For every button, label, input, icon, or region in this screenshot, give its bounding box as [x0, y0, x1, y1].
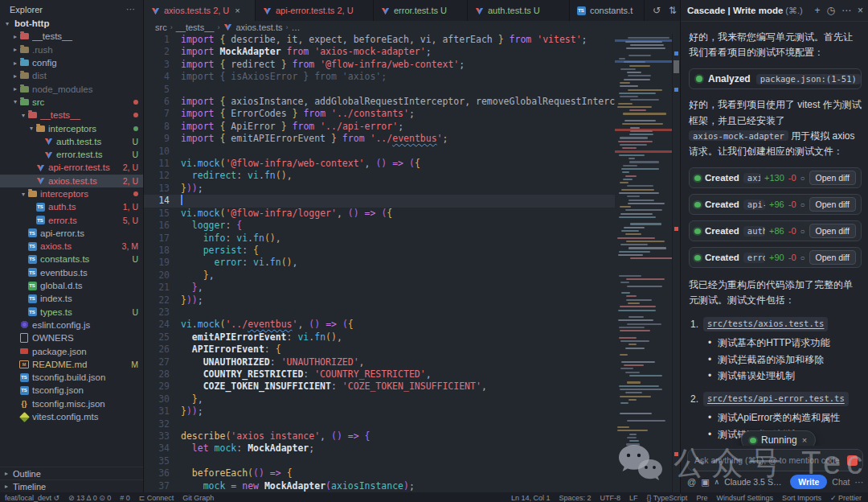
tree-item-vitest-config-mts[interactable]: vitest.config.mts [0, 410, 143, 423]
tree-item--rush[interactable]: ▸.rush [0, 43, 143, 56]
file-chip[interactable]: auth.te [743, 226, 765, 237]
code-line-35: 35 [144, 455, 615, 467]
cascade-chat[interactable]: 好的，我来帮您编写单元测试。首先让我们看看项目的测试环境配置： Analyzed… [681, 22, 868, 446]
tree-item-owners[interactable]: OWNERS [0, 331, 143, 344]
tree-item-error-ts[interactable]: TSerror.ts5, U [0, 213, 143, 226]
model-selector[interactable]: Claude 3.5 Sonnet [724, 477, 785, 487]
image-icon[interactable]: ▣ [701, 477, 709, 488]
open-diff-button[interactable]: Open diff [809, 250, 856, 265]
chat-mode-button[interactable]: Chat [832, 477, 850, 487]
tree-item-tsconfig-build-json[interactable]: TStsconfig.build.json [0, 371, 143, 384]
tree-item-bot-http[interactable]: ▾bot-http [0, 17, 143, 30]
new-chat-icon[interactable]: + [814, 5, 820, 16]
statusbar-item[interactable]: ✓ Prettier [830, 494, 862, 502]
statusbar-item[interactable]: UTF-8 [600, 494, 620, 502]
history-icon[interactable]: ↺ [653, 5, 661, 16]
analyzed-row[interactable]: Analyzed package.json:(1-51) [689, 68, 862, 89]
breadcrumb-item[interactable]: axios.test.ts [235, 23, 282, 32]
tab-axios-test-ts[interactable]: axios.test.ts 2, U× [144, 0, 256, 21]
tree-item-node-modules[interactable]: ▸node_modules [0, 82, 143, 95]
compare-icon[interactable]: ⇅ [669, 5, 677, 16]
tree-item-tsconfig-misc-json[interactable]: {}tsconfig.misc.json [0, 397, 143, 410]
test-file-link[interactable]: src/tests/api-error.test.ts [703, 392, 849, 407]
breadcrumb-item[interactable]: __tests__ [176, 23, 215, 32]
stop-button[interactable] [847, 455, 858, 466]
tree-item-readme-md[interactable]: MREADME.mdM [0, 358, 143, 371]
tab-error-test-ts[interactable]: error.test.ts U [374, 0, 468, 21]
tree-item-global-d-ts[interactable]: TSglobal.d.ts [0, 279, 143, 292]
statusbar-item[interactable]: Ln 14, Col 1 [511, 494, 551, 502]
tree-item-axios-ts[interactable]: TSaxios.ts3, M [0, 240, 143, 253]
statusbar-item[interactable]: Windsurf Settings [716, 494, 773, 502]
tree-item-tsconfig-json[interactable]: TStsconfig.json [0, 384, 143, 397]
tree-item-config[interactable]: ▸config [0, 56, 143, 69]
chevron-up-icon[interactable]: ∧ [714, 478, 720, 486]
close-panel-icon[interactable]: × [858, 5, 863, 16]
open-diff-button[interactable]: Open diff [809, 224, 856, 238]
minimap-line [620, 389, 662, 390]
statusbar-item[interactable]: Pre [696, 494, 707, 502]
statusbar-item[interactable]: Spaces: 2 [559, 494, 591, 502]
tree-item-interceptors[interactable]: ▾interceptors [0, 187, 143, 200]
tab-auth-test-ts[interactable]: auth.test.ts U [468, 0, 570, 21]
tree-item-interceptors[interactable]: ▾interceptors [0, 121, 143, 134]
tree-item-eventbus-ts[interactable]: TSeventbus.ts [0, 266, 143, 279]
tree-item-eslint-config-js[interactable]: eslint.config.js [0, 319, 143, 331]
tree-item-constants-ts[interactable]: TSconstants.tsU [0, 253, 143, 265]
more-icon[interactable]: ⋯ [841, 5, 851, 16]
close-tab-icon[interactable]: × [235, 6, 240, 15]
minimap-line [629, 109, 646, 111]
minimap-line [629, 65, 651, 67]
tab-api-error-test-ts[interactable]: api-error.test.ts 2, U [256, 0, 374, 21]
history-icon[interactable]: ◷ [827, 5, 835, 16]
statusbar-item[interactable]: ⊏ Connect [139, 494, 174, 502]
statusbar-item[interactable]: LF [629, 494, 638, 502]
minimap-line [619, 192, 659, 194]
cascade-input[interactable] [693, 455, 842, 466]
tree-item-index-ts[interactable]: TSindex.ts [0, 292, 143, 305]
tree-item-auth-ts[interactable]: TSauth.ts1, U [0, 200, 143, 213]
tree-item-api-error-test-ts[interactable]: api-error.test.ts2, U [0, 161, 143, 174]
tree-item-error-test-ts[interactable]: error.test.tsU [0, 148, 143, 161]
file-chip[interactable]: api-err [743, 200, 765, 210]
statusbar-item[interactable]: feat/local_devt ↺ [5, 494, 59, 502]
statusbar-item[interactable]: ⊘ 13 ∆ 0 ⊙ 0 [68, 494, 111, 502]
footer-more-icon[interactable]: ⋯ [855, 477, 864, 487]
sidebar-section-timeline[interactable]: ▸Timeline [0, 479, 143, 492]
open-diff-button[interactable]: Open diff [809, 171, 856, 185]
tree-item-api-error-ts[interactable]: TSapi-error.ts [0, 227, 143, 240]
statusbar-item[interactable]: Sort Imports [782, 494, 821, 502]
analyzed-target-chip[interactable]: package.json:(1-51) [756, 74, 861, 84]
mention-icon[interactable]: @ [687, 477, 696, 487]
tree-item--tests-[interactable]: ▾__tests__ [0, 109, 143, 121]
breadcrumb-item[interactable]: src [155, 23, 167, 32]
write-mode-button[interactable]: Write [790, 475, 827, 489]
file-chip[interactable]: error.t [743, 253, 765, 263]
code-text: vi.mock('../eventbus', () => ({ [181, 319, 354, 331]
breadcrumb[interactable]: src›__tests__›axios.test.ts›… [144, 21, 680, 34]
tree-item-types-ts[interactable]: TStypes.tsU [0, 306, 143, 319]
running-status-pill[interactable]: Running × [741, 430, 816, 446]
file-chip[interactable]: axios. [743, 173, 760, 183]
minimap-line [620, 413, 653, 414]
statusbar-item[interactable]: {} TypeScript [647, 494, 688, 502]
tree-item--tests-[interactable]: ▸__tests__ [0, 30, 143, 43]
sidebar-section-outline[interactable]: ▸Outline [0, 467, 143, 479]
tree-item-src[interactable]: ▾src [0, 96, 143, 109]
tree-item-auth-test-ts[interactable]: auth.test.tsU [0, 135, 143, 148]
minimap[interactable] [615, 34, 673, 492]
open-diff-button[interactable]: Open diff [809, 197, 856, 212]
test-file-link[interactable]: src/tests/axios.test.ts [703, 317, 828, 332]
explorer-more-icon[interactable]: ⋯ [126, 4, 135, 14]
statusbar-item[interactable]: # 0 [120, 494, 130, 502]
tree-item-dist[interactable]: ▸dist [0, 69, 143, 82]
statusbar-item[interactable]: Git Graph [182, 494, 214, 502]
tree-item-axios-test-ts[interactable]: axios.test.ts2, U [0, 175, 143, 187]
code-area[interactable]: 1import { describe, it, expect, beforeEa… [144, 34, 615, 492]
running-cancel-icon[interactable]: × [802, 435, 807, 445]
scrollbar-handle[interactable] [674, 60, 679, 73]
cascade-input-box[interactable] [687, 449, 863, 471]
tab-constants-t[interactable]: TSconstants.t [570, 0, 645, 21]
tree-item-package-json[interactable]: package.json [0, 344, 143, 357]
breadcrumb-item[interactable]: … [291, 23, 300, 32]
